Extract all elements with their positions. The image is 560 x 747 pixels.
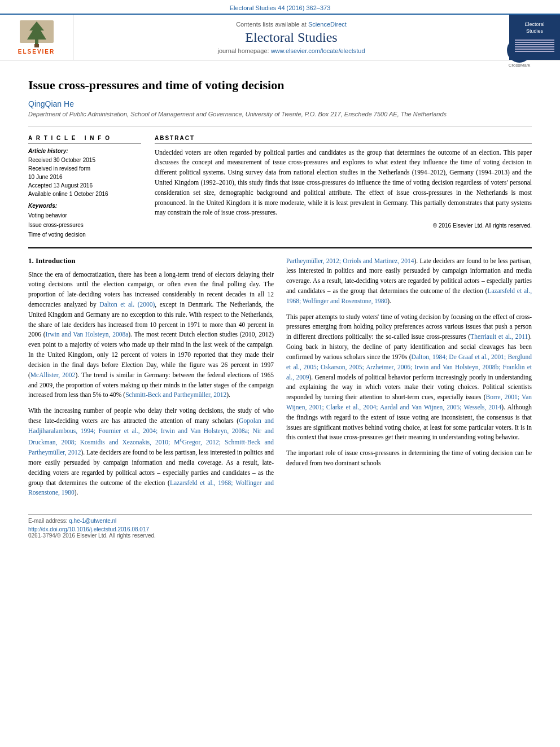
journal-banner: ELSEVIER Contents lists available at Sci… bbox=[0, 14, 560, 60]
homepage-prefix: journal homepage: bbox=[217, 47, 270, 54]
keywords-list: Voting behavior Issue cross-pressures Ti… bbox=[28, 211, 141, 239]
sciencedirect-link[interactable]: ScienceDirect bbox=[308, 21, 347, 28]
body-col-left: 1. Introduction Since the era of democra… bbox=[28, 256, 274, 504]
body-col2-p1: Partheymüller, 2012; Orriols and Martine… bbox=[286, 256, 532, 307]
ref-dalton-2000[interactable]: Dalton et al. (2000) bbox=[99, 301, 155, 308]
thumb-lines bbox=[515, 38, 554, 53]
elsevier-tree-icon bbox=[17, 20, 56, 49]
article-meta: A R T I C L E I N F O Article history: R… bbox=[28, 126, 532, 239]
ref-mcallister[interactable]: McAllister, 2002 bbox=[30, 372, 76, 378]
keyword-3: Time of voting decision bbox=[28, 230, 141, 239]
main-content: ✛ CrossMark Issue cross-pressures and ti… bbox=[0, 60, 560, 550]
abstract-text: Undecided voters are often regarded by p… bbox=[155, 148, 532, 219]
journal-thumbnail: ElectoralStudies bbox=[509, 15, 560, 60]
received-date: Received 30 October 2015 bbox=[28, 156, 141, 164]
affiliation: Department of Public Administration, Sch… bbox=[28, 111, 532, 117]
elsevier-text: ELSEVIER bbox=[18, 49, 55, 55]
keywords-label: Keywords: bbox=[28, 203, 141, 209]
svg-rect-2 bbox=[34, 44, 39, 47]
keyword-1: Voting behavior bbox=[28, 211, 141, 220]
thumb-journal-title: ElectoralStudies bbox=[524, 21, 544, 34]
body-col1-p1: Since the era of democratization, there … bbox=[28, 270, 274, 401]
ref-dalton-1984[interactable]: Dalton, 1984; De Graaf et al., 2001; Ber… bbox=[286, 353, 532, 381]
accepted-date: Accepted 13 August 2016 bbox=[28, 181, 141, 190]
crossmark-label: CrossMark bbox=[507, 63, 532, 68]
ref-gopolan[interactable]: Gopolan and Hadjiharalambous, 1994; Four… bbox=[28, 417, 274, 456]
ref-lazarsfeld[interactable]: Lazarsfeld et al., 1968; Wolfinger and R… bbox=[28, 479, 274, 496]
body-two-col: 1. Introduction Since the era of democra… bbox=[28, 256, 532, 504]
ref-borre[interactable]: Borre, 2001; Van Wijnen, 2001; Clarke et… bbox=[286, 394, 532, 410]
available-date: Available online 1 October 2016 bbox=[28, 190, 141, 198]
footer-email: E-mail address: q.he-1@utwente.nl bbox=[28, 518, 532, 524]
footer-doi: http://dx.doi.org/10.1016/j.electstud.20… bbox=[28, 526, 532, 532]
ref-therriault[interactable]: Therriault et al., 2011 bbox=[470, 333, 528, 340]
author-name: QingQian He bbox=[28, 99, 532, 108]
banner-contents-text: Contents lists available at ScienceDirec… bbox=[236, 21, 347, 28]
keyword-2: Issue cross-pressures bbox=[28, 220, 141, 230]
section1-heading: 1. Introduction bbox=[28, 256, 274, 265]
contents-prefix: Contents lists available at bbox=[236, 21, 308, 28]
elsevier-logo-area: ELSEVIER bbox=[0, 15, 73, 60]
abstract-copyright: © 2016 Elsevier Ltd. All rights reserved… bbox=[155, 222, 532, 229]
ref-lazarsfeld2[interactable]: Lazarsfeld et al., 1968; Wolfinger and R… bbox=[286, 287, 532, 304]
body-col-right: Partheymüller, 2012; Orriols and Martine… bbox=[286, 256, 532, 504]
history-label: Article history: bbox=[28, 148, 141, 154]
body-col1-p2: With the increasing number of people who… bbox=[28, 406, 274, 498]
homepage-url[interactable]: www.elsevier.com/locate/electstud bbox=[271, 47, 365, 54]
article-abstract: ABSTRACT Undecided voters are often rega… bbox=[155, 135, 532, 239]
journal-homepage: journal homepage: www.elsevier.com/locat… bbox=[217, 47, 365, 54]
revised-date: 10 June 2016 bbox=[28, 173, 141, 181]
received-revised-label: Received in revised form bbox=[28, 164, 141, 173]
ref-partheym[interactable]: Partheymüller, 2012; Orriols and Martine… bbox=[286, 257, 414, 264]
abstract-label: ABSTRACT bbox=[155, 135, 532, 143]
journal-reference: Electoral Studies 44 (2016) 362–373 bbox=[0, 0, 560, 14]
body-col2-p2: This paper attempts to study voters' tim… bbox=[286, 312, 532, 443]
article-info: A R T I C L E I N F O Article history: R… bbox=[28, 135, 141, 239]
banner-center: Contents lists available at ScienceDirec… bbox=[73, 15, 509, 60]
journal-title: Electoral Studies bbox=[245, 30, 337, 45]
email-label: E-mail address: bbox=[28, 518, 67, 524]
body-col2-p3: The important role of issue cross-pressu… bbox=[286, 448, 532, 469]
body-divider bbox=[28, 247, 532, 248]
article-title: Issue cross-pressures and time of voting… bbox=[28, 77, 532, 94]
email-link[interactable]: q.he-1@utwente.nl bbox=[69, 518, 116, 524]
page-footer: E-mail address: q.he-1@utwente.nl http:/… bbox=[28, 514, 532, 539]
ref-irwin-2008a[interactable]: Irwin and Van Holsteyn, 2008a bbox=[46, 331, 129, 338]
elsevier-logo: ELSEVIER bbox=[17, 20, 56, 55]
footer-issn: 0261-3794/© 2016 Elsevier Ltd. All right… bbox=[28, 532, 532, 539]
ref-schmitt-beck[interactable]: Schmitt-Beck and Partheymüller, 2012 bbox=[125, 391, 226, 398]
article-info-label: A R T I C L E I N F O bbox=[28, 135, 141, 143]
